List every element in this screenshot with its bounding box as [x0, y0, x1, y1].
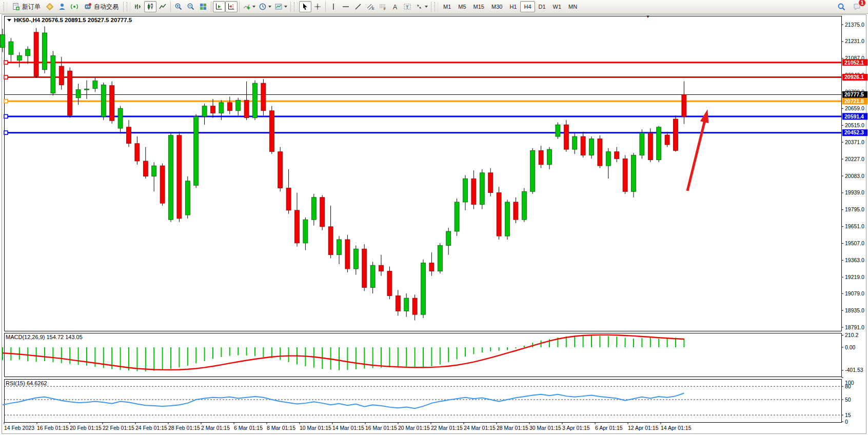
zoom-in-icon	[174, 3, 183, 11]
svg-text:19651.0: 19651.0	[845, 223, 864, 229]
new-order-button[interactable]: 新订单	[9, 1, 44, 12]
horizontal-line-icon	[342, 3, 350, 11]
clock-icon	[259, 3, 267, 11]
svg-text:14 Feb 2023: 14 Feb 2023	[4, 425, 34, 431]
application-window: 新订单 自动交易	[0, 0, 868, 435]
toolbar-separator	[211, 2, 211, 12]
auto-trading-label: 自动交易	[94, 3, 119, 11]
timeframe-d1[interactable]: D1	[535, 1, 549, 12]
market-watch-button[interactable]	[44, 1, 56, 12]
accounts-button[interactable]	[56, 1, 68, 12]
chart-canvas[interactable]: 21375.021231.021087.020943.020799.020659…	[0, 0, 868, 435]
timeframe-mn[interactable]: MN	[565, 1, 581, 12]
svg-text:19795.0: 19795.0	[845, 206, 864, 212]
dropdown-caret	[268, 6, 271, 8]
horizontal-line-button[interactable]	[340, 1, 352, 12]
vertical-line-icon	[329, 3, 338, 11]
svg-text:18791.0: 18791.0	[845, 324, 864, 330]
timeframe-m5[interactable]: M5	[455, 1, 469, 12]
cursor-button[interactable]	[299, 1, 311, 12]
signals-button[interactable]	[68, 1, 81, 12]
indicators-button[interactable]	[241, 1, 257, 12]
svg-text:20371.0: 20371.0	[845, 139, 864, 145]
chart-menu-icon[interactable]	[7, 19, 11, 22]
chart-title-text: HK50-,H4 20576.5 20891.5 20527.5 20777.5	[14, 17, 132, 23]
search-icon	[837, 3, 846, 11]
tile-windows-button[interactable]	[197, 1, 209, 12]
text-icon: A	[391, 3, 399, 11]
notification-badge: 1	[858, 0, 866, 7]
svg-text:19363.0: 19363.0	[845, 257, 864, 263]
template-icon	[274, 3, 283, 11]
svg-text:24 Mar 01:15: 24 Mar 01:15	[464, 425, 496, 431]
svg-text:0.00: 0.00	[845, 344, 856, 350]
notifications-button[interactable]: 1	[851, 1, 863, 12]
line-chart-button[interactable]	[156, 1, 169, 12]
search-button[interactable]	[835, 1, 847, 12]
svg-text:30 Mar 01:15: 30 Mar 01:15	[529, 425, 561, 431]
svg-text:15: 15	[845, 412, 851, 418]
svg-text:T: T	[406, 5, 409, 10]
svg-text:210.2: 210.2	[845, 332, 858, 338]
svg-text:19939.0: 19939.0	[845, 189, 864, 195]
svg-text:20 Mar 01:15: 20 Mar 01:15	[398, 425, 430, 431]
svg-text:20227.0: 20227.0	[845, 156, 864, 162]
text-button[interactable]: A	[389, 1, 401, 12]
toolbar-grip[interactable]	[435, 2, 438, 11]
timeframe-h1[interactable]: H1	[506, 1, 520, 12]
toolbar-separator	[123, 2, 124, 12]
toolbar-grip[interactable]	[127, 2, 130, 11]
text-label-button[interactable]: T	[401, 1, 413, 12]
zoom-in-button[interactable]	[172, 1, 185, 12]
svg-text:14 Mar 01:15: 14 Mar 01:15	[332, 425, 364, 431]
templates-button[interactable]	[273, 1, 289, 12]
timeframe-m1[interactable]: M1	[440, 1, 455, 12]
cursor-icon	[301, 3, 309, 11]
svg-text:80: 80	[845, 383, 851, 389]
svg-text:21052.1: 21052.1	[844, 60, 864, 66]
auto-trading-button[interactable]: 自动交易	[81, 1, 122, 12]
arrows-button[interactable]	[413, 1, 429, 12]
svg-text:A: A	[393, 4, 397, 11]
candlestick-chart-button[interactable]	[144, 1, 156, 12]
timeframe-h4[interactable]: H4	[520, 1, 535, 12]
zoom-out-button[interactable]	[185, 1, 197, 12]
svg-text:20721.8: 20721.8	[844, 98, 864, 104]
signal-icon	[70, 3, 78, 11]
vertical-line-button[interactable]	[327, 1, 340, 12]
timeframe-m15[interactable]: M15	[470, 1, 488, 12]
svg-text:24 Feb 01:15: 24 Feb 01:15	[135, 425, 167, 431]
toolbar-separator	[431, 2, 431, 12]
scroll-marker-icon[interactable]: ▼	[646, 14, 650, 19]
person-icon	[58, 3, 66, 11]
auto-scroll-button[interactable]	[213, 1, 225, 12]
svg-text:10 Mar 01:15: 10 Mar 01:15	[300, 425, 331, 431]
arrows-icon	[415, 3, 423, 11]
tile-windows-icon	[199, 3, 207, 11]
timeframe-w1[interactable]: W1	[549, 1, 565, 12]
text-label-icon: T	[403, 3, 411, 11]
new-order-label: 新订单	[22, 3, 41, 11]
macd-indicator-label: MACD(12,26,9) 154.72 143.05	[6, 334, 83, 340]
rsi-indicator-label: RSI(15) 64.6262	[6, 380, 47, 386]
crosshair-button[interactable]	[311, 1, 324, 12]
zoom-out-icon	[187, 3, 195, 11]
fibonacci-button[interactable]: F	[377, 1, 389, 12]
bar-chart-button[interactable]	[132, 1, 144, 12]
periods-button[interactable]	[257, 1, 273, 12]
toolbar-grip[interactable]	[294, 2, 298, 11]
timeframe-m30[interactable]: M30	[488, 1, 506, 12]
equidistant-channel-button[interactable]: E	[364, 1, 377, 12]
dropdown-caret	[284, 6, 287, 8]
trendline-icon	[354, 3, 362, 11]
trendline-button[interactable]	[352, 1, 364, 12]
toolbar-grip[interactable]	[4, 2, 7, 11]
svg-text:19507.0: 19507.0	[845, 240, 864, 246]
main-toolbar: 新订单 自动交易	[0, 0, 868, 14]
svg-text:14 Apr 01:15: 14 Apr 01:15	[661, 425, 692, 431]
svg-text:28 Feb 01:15: 28 Feb 01:15	[168, 425, 200, 431]
svg-text:21231.0: 21231.0	[845, 38, 864, 44]
chart-shift-button[interactable]	[225, 1, 238, 12]
svg-text:16 Feb 01:15: 16 Feb 01:15	[37, 425, 69, 431]
chart-title: HK50-,H4 20576.5 20891.5 20527.5 20777.5	[7, 17, 132, 23]
